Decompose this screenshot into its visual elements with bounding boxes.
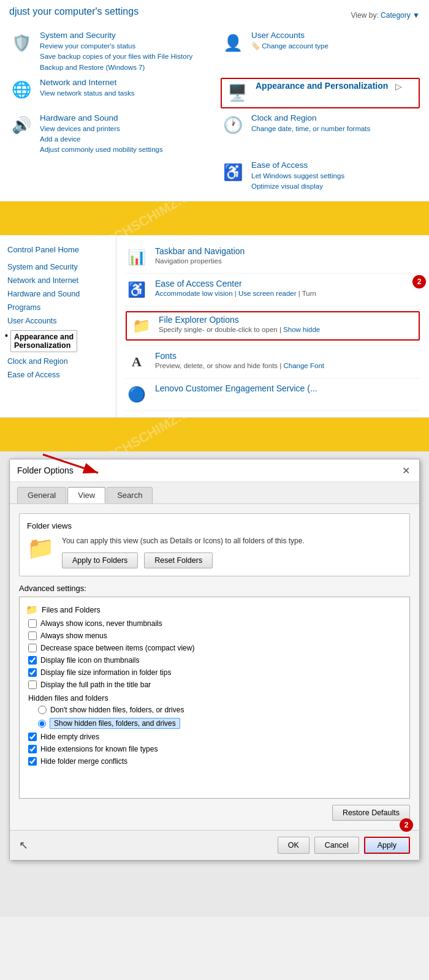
network-sub1[interactable]: View network status and tasks <box>40 88 208 99</box>
folder-options-section: Folder Options ✕ General View Search Fol… <box>0 451 429 917</box>
hide-merge-checkbox[interactable] <box>28 757 37 766</box>
sidebar-item-system[interactable]: System and Security <box>0 260 116 274</box>
setting-show-hidden: 1 Show hidden files, folders, and drives <box>23 716 406 731</box>
setting-always-icons: Always show icons, never thumbnails <box>23 617 406 630</box>
file-size-tips-checkbox[interactable] <box>28 668 37 677</box>
view-by-label: View by: Category ▼ <box>351 11 420 20</box>
user-accounts-icon: 👤 <box>221 31 245 55</box>
cp-item-network: 🌐 Network and Internet View network stat… <box>9 78 208 108</box>
appearance-link[interactable]: Appearance and Personalization <box>256 81 388 91</box>
dont-show-hidden-label: Don't show hidden files, folders, or dri… <box>50 706 184 714</box>
sidebar-home[interactable]: Control Panel Home <box>0 243 116 260</box>
hide-extensions-checkbox[interactable] <box>28 745 37 753</box>
sidebar-item-network[interactable]: Network and Internet <box>0 274 116 287</box>
full-path-label: Display the full path in the title bar <box>40 680 151 689</box>
sidebar-item-hardware[interactable]: Hardware and Sound <box>0 287 116 301</box>
tab-view[interactable]: View <box>67 487 105 503</box>
file-explorer-title[interactable]: File Explorer Options <box>159 315 239 325</box>
hide-extensions-label: Hide extensions for known file types <box>40 745 158 753</box>
hardware-link[interactable]: Hardware and Sound <box>40 113 208 123</box>
file-size-tips-label: Display file size information in folder … <box>40 668 171 677</box>
section-lenovo: 🔵 Lenovo Customer Engagement Service (..… <box>126 379 420 411</box>
taskbar-sub[interactable]: Navigation properties <box>155 257 420 265</box>
folder-views-desc: You can apply this view (such as Details… <box>62 535 305 546</box>
folder-big-icon: 📁 <box>27 535 55 561</box>
ease-center-title[interactable]: Ease of Access Center <box>155 279 242 288</box>
hardware-sub1[interactable]: View devices and printers <box>40 124 208 134</box>
restore-defaults-row: Restore Defaults <box>19 805 410 821</box>
lenovo-title[interactable]: Lenovo Customer Engagement Service (... <box>155 383 317 393</box>
sidebar-item-ease[interactable]: Ease of Access <box>0 368 116 382</box>
sidebar-item-user-accounts[interactable]: User Accounts <box>0 314 116 328</box>
system-sub3[interactable]: Backup and Restore (Windows 7) <box>40 62 208 73</box>
file-explorer-link[interactable]: Show hidde <box>283 326 320 333</box>
reset-folders-button[interactable]: Reset Folders <box>144 552 213 568</box>
apply-to-folders-button[interactable]: Apply to Folders <box>62 552 138 568</box>
file-explorer-box: 📁 File Explorer Options Specify single- … <box>126 311 420 341</box>
dont-show-hidden-radio[interactable] <box>38 706 47 714</box>
hide-merge-label: Hide folder merge conflicts <box>40 757 127 766</box>
system-link[interactable]: System and Security <box>40 31 208 40</box>
apply-button[interactable]: Apply <box>364 837 410 854</box>
system-sub1[interactable]: Review your computer's status <box>40 41 208 51</box>
cp-item-clock: 🕐 Clock and Region Change date, time, or… <box>221 113 420 156</box>
clock-icon: 🕐 <box>221 113 245 138</box>
fonts-title[interactable]: Fonts <box>155 351 177 361</box>
ease-sub2[interactable]: Optimize visual display <box>251 181 420 192</box>
folder-views-box: Folder views 📁 You can apply this view (… <box>19 513 410 576</box>
user-accounts-sub1[interactable]: 🏷️ Change account type <box>251 41 420 51</box>
always-icons-label: Always show icons, never thumbnails <box>40 619 162 628</box>
view-by-value[interactable]: Category <box>381 11 411 20</box>
always-menus-label: Always show menus <box>40 631 107 640</box>
tab-general[interactable]: General <box>17 487 66 503</box>
hide-empty-drives-checkbox[interactable] <box>28 733 37 741</box>
ok-button[interactable]: OK <box>278 837 309 854</box>
section-ease-center: ♿ Ease of Access Center Accommodate low … <box>126 274 420 306</box>
tab-search[interactable]: Search <box>107 487 153 503</box>
apply-button-wrapper: 2 Apply <box>364 837 410 854</box>
folder-views-title: Folder views <box>27 521 402 530</box>
hidden-files-label: Hidden files and folders <box>28 694 108 703</box>
user-accounts-link[interactable]: User Accounts <box>251 31 420 40</box>
setting-hide-extensions: Hide extensions for known file types <box>23 743 406 755</box>
cancel-button[interactable]: Cancel <box>314 837 359 854</box>
compact-view-checkbox[interactable] <box>28 644 37 652</box>
hardware-sub3[interactable]: Adjust commonly used mobility settings <box>40 145 208 155</box>
file-icon-thumb-checkbox[interactable] <box>28 656 37 665</box>
full-path-checkbox[interactable] <box>28 680 37 689</box>
cp-item-appearance: 🖥️ Appearance and Personalization ▷ <box>221 78 420 108</box>
file-explorer-sub: Specify single- or double-click to open … <box>159 326 415 333</box>
ease-center-link2[interactable]: Use screen reader <box>238 290 297 297</box>
fonts-link[interactable]: Change Font <box>283 362 324 369</box>
always-icons-checkbox[interactable] <box>28 619 37 628</box>
sidebar-item-programs[interactable]: Programs <box>0 301 116 314</box>
network-link[interactable]: Network and Internet <box>40 78 208 87</box>
always-menus-checkbox[interactable] <box>28 631 37 640</box>
dialog-body: Folder views 📁 You can apply this view (… <box>10 504 419 830</box>
arrow-to-dialog <box>25 448 135 479</box>
hardware-sub2[interactable]: Add a device <box>40 134 208 145</box>
show-hidden-label: Show hidden files, folders, and drives <box>50 718 180 729</box>
restore-defaults-button[interactable]: Restore Defaults <box>332 805 410 821</box>
arrow-icon: ▷ <box>395 81 402 91</box>
ease-center-link1[interactable]: Accommodate low vision <box>155 290 233 297</box>
ease-sub1[interactable]: Let Windows suggest settings <box>251 171 420 181</box>
setting-hide-empty-drives: Hide empty drives <box>23 731 406 743</box>
close-button[interactable]: ✕ <box>400 464 412 477</box>
clock-link[interactable]: Clock and Region <box>251 113 420 123</box>
show-hidden-radio[interactable] <box>38 720 46 728</box>
settings-list[interactable]: 📁 Files and Folders Always show icons, n… <box>19 597 410 799</box>
sidebar-item-appearance[interactable]: Appearance andPersonalization <box>10 330 77 352</box>
taskbar-title[interactable]: Taskbar and Navigation <box>155 246 245 256</box>
sidebar-item-clock[interactable]: Clock and Region <box>0 355 116 368</box>
system-sub2[interactable]: Save backup copies of your files with Fi… <box>40 51 208 62</box>
folder-small-icon: 📁 <box>26 604 38 616</box>
cp-item-system: 🛡️ System and Security Review your compu… <box>9 31 208 73</box>
advanced-title: Advanced settings: <box>19 584 410 593</box>
section-fonts: A Fonts Preview, delete, or show and hid… <box>126 346 420 379</box>
section-taskbar: 📊 Taskbar and Navigation Navigation prop… <box>126 241 420 274</box>
file-icon-thumb-label: Display file icon on thumbnails <box>40 656 139 665</box>
clock-sub1[interactable]: Change date, time, or number formats <box>251 124 420 134</box>
ease-link[interactable]: Ease of Access <box>251 160 420 170</box>
cursor-icon: ↖ <box>19 839 28 851</box>
